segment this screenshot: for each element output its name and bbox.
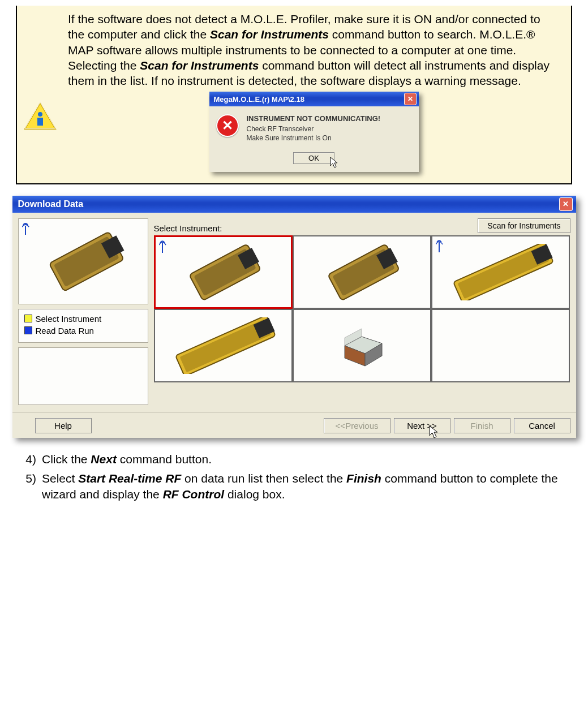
instrument-cell[interactable]	[293, 235, 431, 309]
device-icon	[328, 317, 396, 374]
step-number: 5)	[22, 471, 36, 503]
warning-messagebox: MegaM.O.L.E.(r) MAP\2.18 ✕ ✕ INSTRUMENT …	[209, 92, 419, 171]
text-fragment: dialog box.	[224, 488, 285, 501]
instrument-cell[interactable]	[431, 235, 570, 309]
messagebox-titlebar: MegaM.O.L.E.(r) MAP\2.18 ✕	[209, 92, 419, 106]
instruction-step: 5) Select Start Real-time RF on data run…	[22, 471, 566, 503]
dialog-sidebar: Select Instrument Read Data Run	[18, 218, 148, 405]
step-label: Select Instrument	[36, 314, 102, 324]
note-text-bold: Scan for Instruments	[140, 59, 259, 72]
close-icon[interactable]: ✕	[404, 93, 417, 105]
text-fragment: on data run list then select the	[181, 472, 346, 485]
text-fragment: command button.	[117, 453, 212, 466]
next-button[interactable]: Next >>	[394, 418, 450, 433]
instruction-step: 4) Click the Next command button.	[22, 451, 566, 467]
messagebox-title: MegaM.O.L.E.(r) MAP\2.18	[214, 95, 304, 104]
messagebox-line: Check RF Transceiver	[247, 125, 381, 134]
select-instrument-label: Select Instrument:	[154, 223, 222, 233]
device-icon	[314, 244, 410, 300]
svg-point-3	[38, 112, 42, 117]
device-preview-icon	[35, 230, 131, 292]
dialog-title: Download Data	[18, 199, 84, 209]
note-text: If the software does not detect a M.O.L.…	[68, 11, 560, 88]
info-triangle-icon	[24, 102, 57, 134]
text-bold: Start Real-time RF	[78, 472, 181, 485]
text-bold: Finish	[346, 472, 381, 485]
wizard-step: Select Instrument	[24, 314, 142, 324]
cursor-icon	[330, 157, 340, 169]
ok-button[interactable]: OK	[293, 152, 334, 164]
cancel-button[interactable]: Cancel	[514, 418, 570, 433]
download-data-dialog: Download Data ✕ Select Ins	[12, 196, 576, 438]
rf-antenna-icon	[159, 240, 170, 256]
messagebox-header: INSTRUMENT NOT COMMUNICATING!	[247, 114, 381, 123]
instrument-cell[interactable]	[154, 235, 293, 309]
instrument-cell-empty[interactable]	[431, 309, 570, 382]
step-text: Select Start Real-time RF on data run li…	[42, 471, 566, 503]
dialog-titlebar: Download Data ✕	[12, 196, 576, 213]
step-label: Read Data Run	[36, 326, 94, 335]
rf-antenna-icon	[22, 222, 33, 238]
sidebar-info-box	[18, 347, 148, 405]
info-note-box: If the software does not detect a M.O.L.…	[16, 6, 572, 184]
note-text-bold: Scan for Instruments	[210, 28, 329, 41]
step-text: Click the Next command button.	[42, 451, 212, 467]
instrument-grid	[154, 235, 570, 382]
step-marker-icon	[24, 326, 32, 334]
instrument-cell[interactable]	[154, 309, 293, 382]
device-icon	[175, 244, 271, 300]
close-icon[interactable]: ✕	[559, 197, 573, 211]
messagebox-line: Make Sure Instrument Is On	[247, 134, 381, 143]
text-bold: RF Control	[163, 488, 224, 501]
step-marker-icon	[24, 315, 32, 322]
wizard-button-row: Help <<Previous Next >> Finish Cancel	[12, 412, 576, 438]
finish-button: Finish	[454, 418, 510, 433]
svg-rect-2	[37, 118, 43, 126]
step-number: 4)	[22, 451, 36, 467]
dialog-main: Select Instrument: Scan for Instruments	[154, 218, 570, 405]
instrument-cell[interactable]	[293, 309, 431, 382]
rf-antenna-icon	[436, 240, 447, 256]
wizard-step: Read Data Run	[24, 326, 142, 335]
instruction-steps: 4) Click the Next command button. 5) Sel…	[22, 451, 566, 503]
device-icon	[166, 317, 280, 374]
sidebar-preview	[18, 218, 148, 304]
text-fragment: Select	[42, 472, 78, 485]
previous-button: <<Previous	[324, 418, 390, 433]
text-bold: Next	[91, 453, 117, 466]
scan-for-instruments-button[interactable]: Scan for Instruments	[478, 218, 570, 233]
help-button[interactable]: Help	[35, 418, 92, 433]
wizard-steps-list: Select Instrument Read Data Run	[18, 309, 148, 343]
text-fragment: Click the	[42, 453, 91, 466]
device-icon	[444, 244, 557, 300]
messagebox-text: INSTRUMENT NOT COMMUNICATING! Check RF T…	[247, 114, 381, 143]
error-icon: ✕	[216, 114, 239, 137]
